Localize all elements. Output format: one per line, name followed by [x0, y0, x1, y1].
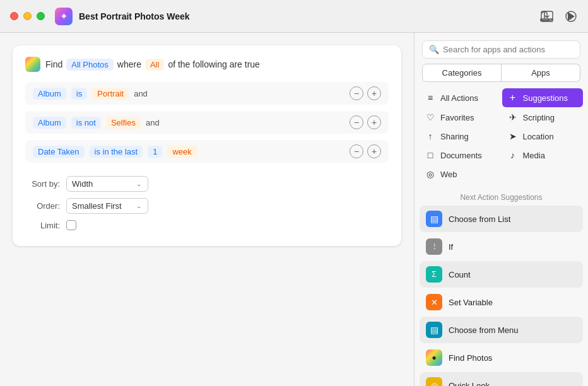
choose-list-label: Choose from List: [449, 214, 510, 224]
filter-op-3[interactable]: is in the last: [90, 146, 143, 158]
search-bar[interactable]: 🔍: [422, 40, 580, 59]
suggestion-if[interactable]: ⋮ If: [420, 233, 583, 260]
sort-by-value: Width: [72, 179, 93, 189]
right-title-icons: [540, 9, 578, 23]
find-label: Find: [45, 59, 62, 69]
suggestions-header: Next Action Suggestions: [420, 188, 583, 206]
cat-documents[interactable]: □ Documents: [420, 146, 501, 164]
if-label: If: [449, 242, 453, 252]
search-icon: 🔍: [429, 45, 439, 54]
remove-filter-3[interactable]: −: [350, 144, 363, 158]
favorites-icon: ♡: [425, 112, 436, 122]
left-panel: Find All Photos where All of the followi…: [0, 33, 414, 386]
limit-checkbox[interactable]: [66, 220, 76, 230]
quick-look-icon: ◎: [426, 377, 442, 386]
choose-menu-icon: ▤: [426, 322, 442, 338]
find-action-card: Find All Photos where All of the followi…: [13, 45, 401, 246]
cat-suggestions[interactable]: + Suggestions: [502, 88, 584, 107]
filter-val-2[interactable]: Selfies: [106, 117, 141, 129]
sharing-icon: ↑: [425, 131, 436, 141]
remove-filter-2[interactable]: −: [350, 115, 363, 129]
filter-controls-3: − +: [350, 144, 381, 158]
add-filter-2[interactable]: +: [367, 115, 381, 129]
filter-val-1[interactable]: Portrait: [92, 88, 129, 100]
tab-row: Categories Apps: [422, 64, 580, 82]
count-icon: Σ: [426, 266, 442, 283]
photos-app-icon: [25, 57, 40, 72]
web-icon: ◎: [425, 169, 436, 179]
order-select[interactable]: Smallest First ⌄: [66, 198, 148, 214]
cat-sharing[interactable]: ↑ Sharing: [420, 127, 501, 145]
limit-row: Limit:: [25, 217, 389, 233]
set-variable-label: Set Variable: [449, 298, 493, 307]
of-following-label: of the following are true: [168, 59, 260, 69]
cat-media[interactable]: ♪ Media: [502, 146, 584, 164]
filter-field-3[interactable]: Date Taken: [33, 146, 85, 158]
traffic-lights: [10, 12, 45, 20]
suggestion-find-photos[interactable]: ● Find Photos: [420, 344, 583, 371]
window-title: Best Portrait Photos Week: [79, 11, 538, 21]
right-panel: 🔍 Categories Apps ≡ All Actions + Sugges…: [414, 33, 588, 386]
find-photos-icon: ●: [426, 349, 442, 366]
cat-media-label: Media: [523, 151, 545, 160]
cat-scripting[interactable]: ✈ Scripting: [502, 108, 584, 126]
suggestion-set-variable[interactable]: ✕ Set Variable: [420, 289, 583, 315]
documents-icon: □: [425, 150, 436, 160]
filter-num-3[interactable]: 1: [148, 146, 162, 158]
filter-field-2[interactable]: Album: [33, 117, 66, 129]
where-label: where: [117, 59, 141, 69]
remove-filter-1[interactable]: −: [350, 86, 363, 100]
suggestion-quick-look[interactable]: ◎ Quick Look: [420, 372, 583, 386]
suggestion-count[interactable]: Σ Count: [420, 261, 583, 288]
filter-rows: Album is Portrait and − + Album is not S…: [25, 82, 389, 163]
set-variable-icon: ✕: [426, 294, 442, 310]
categories-section: ≡ All Actions + Suggestions ♡ Favorites …: [415, 88, 588, 188]
cat-favorites[interactable]: ♡ Favorites: [420, 108, 501, 126]
tab-categories[interactable]: Categories: [422, 64, 502, 82]
order-label: Order:: [25, 201, 60, 211]
suggestion-choose-from-list[interactable]: ▤ Choose from List: [420, 206, 583, 232]
info-icon[interactable]: [564, 9, 578, 23]
filter-connector-2: and: [146, 118, 160, 127]
order-chevron-icon: ⌄: [136, 202, 141, 209]
filter-connector-1: and: [134, 89, 148, 98]
cat-web-label: Web: [440, 170, 457, 179]
filter-field-1[interactable]: Album: [33, 88, 66, 100]
main-layout: Find All Photos where All of the followi…: [0, 33, 588, 386]
import-icon[interactable]: [540, 9, 554, 23]
cat-web[interactable]: ◎ Web: [420, 165, 501, 183]
cat-location[interactable]: ➤ Location: [502, 127, 584, 145]
cat-all-actions[interactable]: ≡ All Actions: [420, 88, 501, 107]
all-pill[interactable]: All: [145, 59, 164, 71]
filter-op-1[interactable]: is: [71, 88, 87, 100]
sort-chevron-icon: ⌄: [136, 180, 141, 187]
cat-favorites-label: Favorites: [440, 113, 474, 122]
all-actions-icon: ≡: [425, 93, 436, 103]
suggestion-choose-from-menu[interactable]: ▤ Choose from Menu: [420, 317, 583, 343]
choose-list-icon: ▤: [426, 211, 442, 227]
search-input[interactable]: [443, 45, 573, 54]
cat-sharing-label: Sharing: [440, 132, 469, 141]
filter-op-2[interactable]: is not: [71, 117, 101, 129]
add-filter-1[interactable]: +: [367, 86, 381, 100]
limit-label: Limit:: [25, 221, 60, 230]
filter-row-3: Date Taken is in the last 1 week − +: [25, 140, 389, 163]
order-value: Smallest First: [72, 201, 122, 211]
minimize-button[interactable]: [23, 12, 32, 20]
filter-unit-3[interactable]: week: [167, 146, 196, 158]
maximize-button[interactable]: [37, 12, 45, 20]
cat-scripting-label: Scripting: [523, 113, 555, 122]
all-photos-pill[interactable]: All Photos: [66, 59, 114, 71]
add-filter-3[interactable]: +: [367, 144, 381, 158]
quick-look-label: Quick Look: [449, 381, 490, 387]
title-bar: ✦ Best Portrait Photos Week: [0, 0, 588, 33]
sort-row: Sort by: Width ⌄: [25, 173, 389, 195]
sort-by-select[interactable]: Width ⌄: [66, 176, 148, 192]
sort-by-label: Sort by:: [25, 179, 60, 189]
close-button[interactable]: [10, 12, 18, 20]
suggestions-icon: +: [507, 92, 519, 103]
cat-documents-label: Documents: [440, 151, 482, 160]
filter-row-1: Album is Portrait and − +: [25, 82, 389, 105]
tab-apps[interactable]: Apps: [502, 64, 580, 82]
find-header: Find All Photos where All of the followi…: [25, 57, 389, 72]
